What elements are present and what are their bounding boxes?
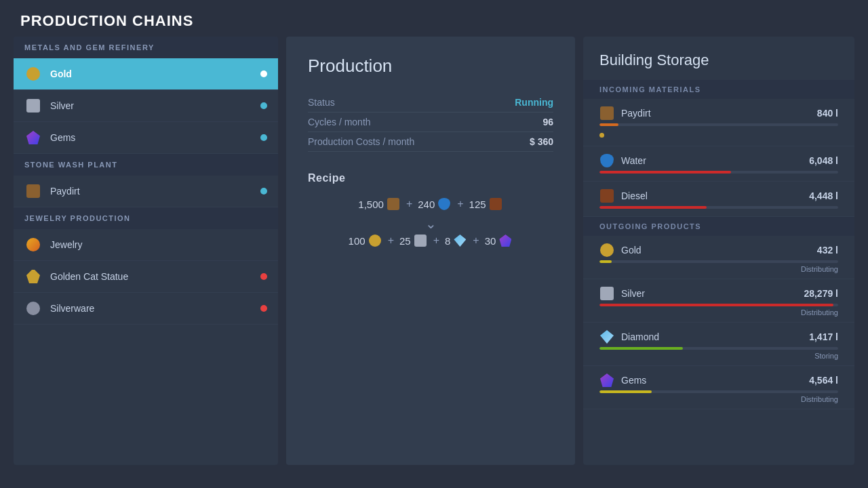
list-item-gold[interactable]: Gold <box>14 58 278 90</box>
down-arrow-icon: ⌄ <box>425 216 437 232</box>
storage-gems-out-row: Gems 4,564 l <box>599 373 838 388</box>
list-item-silver[interactable]: Silver <box>14 90 278 122</box>
recipe-plus-3: + <box>388 235 394 247</box>
stat-row-cycles: Cycles / month 96 <box>308 113 553 132</box>
storage-gems-out-bar-container <box>599 390 838 393</box>
recipe-silver-output: 25 <box>399 235 428 247</box>
stat-value-cycles: 96 <box>542 117 553 127</box>
storage-diamond-out-bar <box>599 347 683 350</box>
recipe-paydirt-amount: 1,500 <box>358 198 401 210</box>
storage-diesel-name: Diesel <box>599 188 648 203</box>
paydirt-status-dot <box>260 188 267 195</box>
storage-water-bar <box>599 171 731 174</box>
storage-silver-out-bar <box>599 304 833 306</box>
section-header-metals: METALS AND GEM REFINERY <box>14 37 278 58</box>
storage-gold-out-bar-container <box>599 260 838 263</box>
section-header-jewelry: JEWELRY PRODUCTION <box>14 207 278 229</box>
list-item-golden-cat[interactable]: Golden Cat Statue <box>14 261 278 293</box>
storage-silver-out-amount: 28,279 l <box>804 288 838 299</box>
storage-item-silver-out: Silver 28,279 l Distributing <box>583 279 854 323</box>
item-label-golden-cat: Golden Cat Statue <box>50 271 260 282</box>
storage-water-label: Water <box>621 155 646 166</box>
storage-diamond-out-bar-container <box>599 347 838 350</box>
recipe-water-amount: 240 <box>418 198 452 210</box>
storage-water-name: Water <box>599 153 646 168</box>
storage-diamond-out-name: Diamond <box>599 329 659 344</box>
golden-cat-status-dot <box>260 273 267 280</box>
recipe-gold-output: 100 <box>349 235 382 247</box>
section-header-stone: STONE WASH PLANT <box>14 154 278 176</box>
storage-diesel-bar-container <box>599 206 838 209</box>
storage-silver-out-row: Silver 28,279 l <box>599 286 838 301</box>
storage-gold-out-amount: 432 l <box>817 245 838 256</box>
storage-diamond-out-amount: 1,417 l <box>809 331 838 342</box>
storage-gold-out-label: Gold <box>621 245 642 256</box>
recipe-arrow: ⌄ <box>308 216 553 232</box>
storage-water-bar-container <box>599 171 838 174</box>
storage-paydirt-name: Paydirt <box>599 106 651 121</box>
stat-row-costs: Production Costs / month $ 360 <box>308 132 553 152</box>
storage-silver-out-icon <box>599 286 614 301</box>
golden-cat-icon <box>24 268 42 285</box>
production-title: Production <box>308 56 553 77</box>
recipe-title: Recipe <box>308 172 553 184</box>
storage-gold-out-name: Gold <box>599 243 642 258</box>
storage-paydirt-row: Paydirt 840 l <box>599 106 838 121</box>
recipe-plus-5: + <box>473 235 479 247</box>
building-storage-title: Building Storage <box>583 37 854 80</box>
recipe-inputs-row: 1,500 + 240 + 125 <box>308 198 553 210</box>
storage-paydirt-label: Paydirt <box>621 108 651 119</box>
storage-gems-out-amount: 4,564 l <box>809 375 838 386</box>
storage-diesel-label: Diesel <box>621 190 648 201</box>
storage-item-diamond-out: Diamond 1,417 l Storing <box>583 323 854 366</box>
gems-icon <box>24 129 42 146</box>
silverware-status-dot <box>260 305 267 312</box>
storage-diesel-amount: 4,448 l <box>809 190 838 201</box>
gems-status-dot <box>260 134 267 141</box>
recipe-plus-2: + <box>457 198 463 210</box>
storage-gems-out-name: Gems <box>599 373 646 388</box>
main-layout: METALS AND GEM REFINERY Gold Silver Gems… <box>0 37 868 479</box>
recipe-diesel-amount: 125 <box>469 198 503 210</box>
gold-icon <box>24 65 42 83</box>
storage-gems-out-status: Distributing <box>599 395 838 403</box>
storage-gold-out-bar <box>599 260 612 263</box>
storage-water-amount: 6,048 l <box>809 155 838 166</box>
storage-item-water: Water 6,048 l <box>583 146 854 182</box>
storage-diesel-bar <box>599 206 707 209</box>
stat-label-cycles: Cycles / month <box>308 117 371 127</box>
storage-diamond-out-status: Storing <box>599 352 838 360</box>
page-title: PRODUCTION CHAINS <box>0 0 868 37</box>
recipe-diamond-output: 8 <box>445 235 467 247</box>
paydirt-icon <box>24 182 42 200</box>
item-label-silver: Silver <box>50 100 260 111</box>
stat-row-status: Status Running <box>308 93 553 113</box>
right-panel: Building Storage INCOMING MATERIALS Payd… <box>583 37 854 465</box>
middle-panel: Production Status Running Cycles / month… <box>286 37 575 465</box>
storage-paydirt-icon <box>599 106 614 121</box>
storage-diesel-row: Diesel 4,448 l <box>599 188 838 203</box>
jewelry-icon <box>24 236 42 253</box>
silverware-icon <box>24 300 42 317</box>
storage-paydirt-bar-container <box>599 123 838 126</box>
stat-label-costs: Production Costs / month <box>308 136 414 147</box>
silver-icon <box>24 97 42 115</box>
list-item-silverware[interactable]: Silverware <box>14 293 278 325</box>
item-label-paydirt: Paydirt <box>50 186 260 197</box>
silver-status-dot <box>260 102 267 109</box>
recipe-gems-output: 30 <box>485 235 513 247</box>
storage-item-gems-out: Gems 4,564 l Distributing <box>583 366 854 409</box>
storage-item-paydirt: Paydirt 840 l <box>583 99 854 146</box>
storage-silver-out-bar-container <box>599 304 838 306</box>
storage-diamond-out-row: Diamond 1,417 l <box>599 329 838 344</box>
storage-water-icon <box>599 153 614 168</box>
incoming-materials-header: INCOMING MATERIALS <box>583 80 854 99</box>
storage-item-gold-out: Gold 432 l Distributing <box>583 236 854 279</box>
list-item-paydirt[interactable]: Paydirt <box>14 176 278 207</box>
list-item-gems[interactable]: Gems <box>14 122 278 154</box>
list-item-jewelry[interactable]: Jewelry <box>14 229 278 261</box>
storage-paydirt-bar <box>599 123 618 126</box>
stat-value-status: Running <box>515 97 553 108</box>
storage-gold-out-row: Gold 432 l <box>599 243 838 258</box>
stat-value-costs: $ 360 <box>530 136 553 147</box>
